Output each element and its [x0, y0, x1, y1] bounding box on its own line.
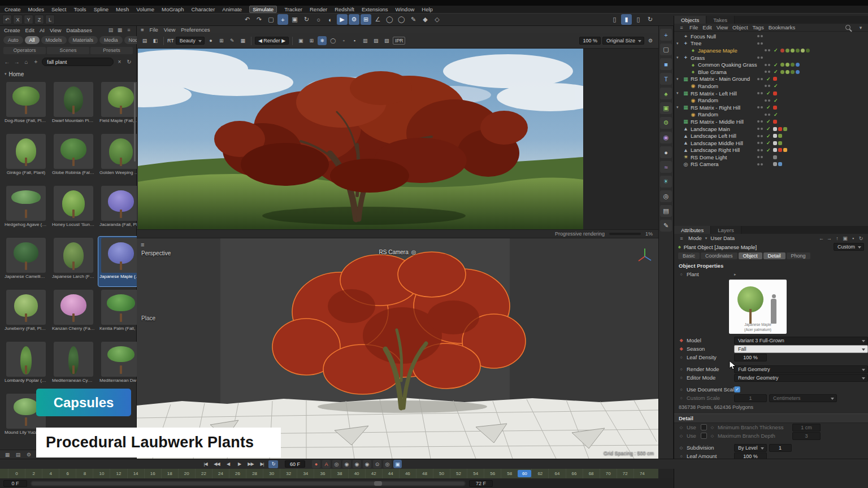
tag-swatches[interactable] — [780, 84, 832, 88]
tag-swatches[interactable] — [773, 148, 825, 152]
visibility-dots[interactable] — [757, 142, 766, 144]
workplane-button[interactable]: ◯ — [396, 14, 407, 25]
next-frame-button[interactable]: ▶▶ — [246, 460, 255, 468]
om-menu-tags[interactable]: Tags — [753, 24, 764, 30]
asset-item[interactable]: Lombardy Poplar (Fall... — [3, 341, 49, 390]
custom-dropdown[interactable]: Custom — [834, 243, 864, 251]
plant-tool-icon[interactable]: ♠ — [660, 88, 672, 99]
frame-number[interactable]: 64 — [548, 469, 565, 478]
keyframe-selection-button[interactable]: ◎ — [332, 460, 341, 468]
capsule-a-button[interactable]: ◆ — [420, 14, 431, 25]
filter-icon[interactable]: ▾ — [857, 25, 864, 30]
prev-key-button[interactable]: ◀◀ — [212, 460, 222, 468]
object-name[interactable]: Landscape Middle Hill — [689, 140, 757, 146]
object-name[interactable]: Blue Grama — [697, 69, 765, 75]
preview-range-slider[interactable] — [31, 481, 466, 486]
grid-view-icon[interactable]: ▦ — [116, 27, 123, 33]
frame-number[interactable]: 72 — [617, 469, 633, 478]
asset-menu-view[interactable]: View — [50, 27, 61, 33]
menu-item[interactable]: Character — [192, 6, 215, 12]
viewport-menu-file[interactable]: File — [150, 27, 158, 33]
frame-number[interactable]: 14 — [127, 469, 144, 478]
axis-x-toggle[interactable]: X — [13, 15, 23, 24]
loop-button[interactable]: ↻ — [268, 460, 278, 468]
asset-item[interactable]: Japanese Camellia (Fal... — [3, 237, 49, 286]
custom-scale-field[interactable]: 1 — [734, 394, 767, 402]
search-icon[interactable] — [845, 25, 850, 30]
tag-swatches[interactable] — [773, 141, 825, 145]
expand-arrow-icon[interactable]: ▾ — [676, 77, 682, 81]
frame-number[interactable]: 52 — [450, 469, 467, 478]
asset-scrollbar[interactable] — [134, 82, 136, 162]
object-row[interactable]: ▾ ▦ RS Matrix - Left Hill ✓ — [674, 90, 868, 97]
sync-button[interactable]: ↻ — [645, 14, 656, 25]
visibility-dots[interactable] — [765, 71, 774, 73]
frame-number[interactable]: 58 — [501, 469, 518, 478]
object-name[interactable]: RS Matrix - Main Ground — [689, 76, 757, 82]
subdivision-dropdown[interactable]: By Level — [734, 444, 767, 452]
asset-item[interactable]: Mediterranean Cypres... — [51, 341, 96, 390]
object-name[interactable]: Random — [697, 111, 765, 117]
prev-frame-button[interactable]: ◀ — [223, 460, 233, 468]
object-name[interactable]: Focus Null — [689, 33, 757, 40]
season-dropdown[interactable]: Fall — [734, 345, 868, 353]
section-tab[interactable]: Detail — [763, 252, 785, 259]
tag-swatches[interactable] — [780, 63, 832, 67]
menu-item[interactable]: Animate — [222, 6, 242, 12]
select-region-b-icon[interactable]: ▪ — [350, 36, 359, 45]
frame-number[interactable]: 54 — [467, 469, 484, 478]
frame-number[interactable]: 16 — [144, 469, 161, 478]
undo-button[interactable]: ↶ — [242, 14, 253, 25]
visibility-dots[interactable] — [757, 120, 766, 123]
up-icon[interactable]: ↑ — [834, 236, 840, 241]
om-menu-file[interactable]: File — [689, 24, 698, 30]
compare-ab-icon[interactable]: ◧ — [151, 36, 160, 45]
scale-key-button[interactable]: ◉ — [353, 460, 361, 468]
manager-tab[interactable]: Takes — [706, 16, 735, 24]
histogram-icon[interactable]: ▨ — [371, 36, 380, 45]
object-properties-header[interactable]: Object Properties — [674, 260, 868, 270]
move-button[interactable]: + — [277, 14, 288, 25]
list-view-icon[interactable]: ▤ — [15, 452, 21, 457]
subdivision-level-field[interactable]: 1 — [769, 444, 792, 452]
leaf-density-field[interactable]: 100 % — [734, 354, 767, 361]
dock-icon[interactable]: ▤ — [107, 27, 114, 33]
object-name[interactable]: Random — [697, 97, 765, 103]
tag-swatches[interactable] — [773, 77, 825, 81]
live-selection-button[interactable]: ▢ — [266, 14, 276, 25]
sky-light-icon[interactable]: ☀ — [660, 176, 672, 188]
section-tab[interactable]: Object — [739, 252, 762, 259]
panel-menu-icon[interactable]: ≡ — [141, 27, 144, 33]
asset-item[interactable]: Dog-Rose (Fall, Plant) — [3, 81, 49, 130]
asset-item[interactable]: Dwarf Mountain Pine (... — [51, 81, 96, 130]
object-row[interactable]: ▾ ♠ Japanese Maple ✓ — [674, 47, 868, 54]
enabled-check-icon[interactable]: ✓ — [766, 133, 773, 139]
range-end-field[interactable]: 72 F — [469, 480, 493, 487]
frame-number[interactable]: 28 — [246, 469, 263, 478]
spline-pen-button[interactable]: ✎ — [408, 14, 419, 25]
frame-number[interactable]: 68 — [583, 469, 600, 478]
frame-number[interactable]: 70 — [600, 469, 617, 478]
back-icon[interactable]: ← — [818, 236, 824, 241]
modeling-axis-button[interactable]: ◯ — [384, 14, 395, 25]
asset-item[interactable]: Kanzan Cherry (Fall, ... — [51, 289, 96, 338]
panel-menu-icon[interactable]: ≡ — [125, 27, 132, 33]
object-row[interactable]: ▾ ▲ Landscape Main ✓ — [674, 125, 868, 133]
visibility-dots[interactable] — [757, 156, 766, 158]
model-dropdown[interactable]: Variant 3 Full-Grown — [734, 337, 868, 345]
tag-swatches[interactable] — [773, 34, 825, 38]
visibility-dots[interactable] — [757, 56, 766, 59]
object-row[interactable]: ▾ ▦ RS Matrix - Right Hill ✓ — [674, 104, 868, 111]
object-name[interactable]: Random — [697, 83, 765, 89]
object-row[interactable]: ▾ ☀ RS Dome Light ✓ — [674, 154, 868, 161]
render-mode-dropdown[interactable]: Full Geometry — [734, 365, 868, 373]
frame-number[interactable]: 20 — [178, 469, 195, 478]
frame-number[interactable]: 40 — [348, 469, 365, 478]
field-icon[interactable]: ≈ — [660, 161, 672, 173]
frame-number[interactable]: 74 — [633, 469, 650, 478]
tag-swatches[interactable] — [780, 112, 832, 116]
simulate-play-button[interactable]: ▶ — [337, 14, 348, 25]
object-name[interactable]: RS Matrix - Middle Hill — [689, 119, 757, 125]
asset-category-tab[interactable]: Operators — [3, 47, 46, 54]
size-dropdown[interactable]: Original Size — [602, 37, 644, 45]
